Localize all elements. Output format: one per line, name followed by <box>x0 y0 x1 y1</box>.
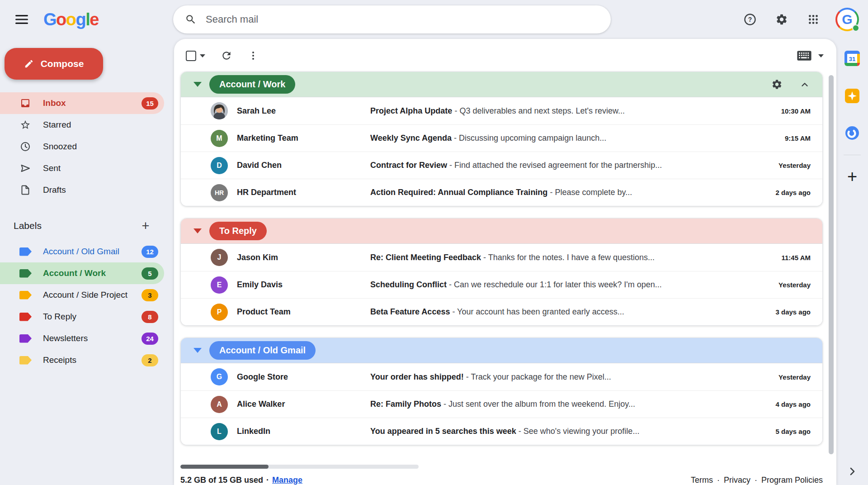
label-name: Account / Side Project <box>43 290 142 300</box>
hide-side-panel-chevron-icon[interactable] <box>847 466 858 479</box>
collapse-triangle-icon[interactable] <box>193 348 202 353</box>
privacy-link[interactable]: Privacy <box>724 475 750 485</box>
email-sender: HR Department <box>237 188 370 197</box>
email-sender: Sarah Lee <box>237 106 370 116</box>
top-bar: G o o g l e ? G <box>0 0 868 39</box>
divider <box>844 155 861 155</box>
email-time: 4 days ago <box>775 400 811 408</box>
input-tools-keyboard-icon[interactable] <box>797 50 812 62</box>
label-tag-icon <box>19 356 32 365</box>
email-row[interactable]: L LinkedIn You appeared in 5 searches th… <box>181 418 822 445</box>
logo-letter: o <box>56 10 66 29</box>
email-row[interactable]: HR HR Department Action Required: Annual… <box>181 179 822 206</box>
collapse-triangle-icon[interactable] <box>193 228 202 233</box>
storage-progress-bar <box>180 465 419 469</box>
email-time: Yesterday <box>778 281 811 289</box>
search-bar[interactable] <box>173 5 611 33</box>
email-snippet: - See who's viewing your profile... <box>519 427 640 436</box>
email-row[interactable]: G Google Store Your order has shipped! -… <box>181 363 822 390</box>
apps-grid-icon[interactable] <box>804 10 823 29</box>
right-side-panel: 31 + <box>836 39 868 485</box>
email-subject-line: Re: Family Photos - Just sent over the a… <box>370 399 765 409</box>
compose-label: Compose <box>41 58 84 69</box>
section-label-pill: To Reply <box>209 222 267 240</box>
email-sender: Marketing Team <box>237 133 370 143</box>
collapse-triangle-icon[interactable] <box>193 82 202 87</box>
collapse-chevron-up-icon[interactable] <box>800 80 810 90</box>
add-label-icon[interactable]: + <box>138 218 153 233</box>
sidebar-item-sent[interactable]: Sent <box>0 157 164 179</box>
terms-link[interactable]: Terms <box>691 475 713 485</box>
calendar-icon[interactable]: 31 <box>844 51 860 66</box>
email-row[interactable]: A Alice Walker Re: Family Photos - Just … <box>181 390 822 418</box>
email-row[interactable]: J Jason Kim Re: Client Meeting Feedback … <box>181 244 822 271</box>
compose-button[interactable]: Compose <box>5 48 103 80</box>
manage-storage-link[interactable]: Manage <box>272 475 302 485</box>
email-subject: Your order has shipped! <box>370 372 464 381</box>
sidebar-item-label: Drafts <box>43 185 164 195</box>
get-addons-plus-icon[interactable]: + <box>847 170 857 183</box>
sidebar-item-drafts[interactable]: Drafts <box>0 179 164 201</box>
sidebar-label-old-gmail[interactable]: Account / Old Gmail 12 <box>0 241 164 262</box>
label-tag-icon <box>19 313 32 321</box>
email-time: 10:30 AM <box>781 107 811 115</box>
email-subject: You appeared in 5 searches this week <box>370 427 516 436</box>
program-policies-link[interactable]: Program Policies <box>761 475 823 485</box>
label-name: Newsletters <box>43 333 142 343</box>
email-subject: Scheduling Conflict <box>370 280 447 289</box>
email-row[interactable]: M Marketing Team Weekly Sync Agenda - Di… <box>181 124 822 152</box>
select-all-checkbox[interactable] <box>186 51 205 61</box>
label-count-badge: 8 <box>142 311 158 323</box>
email-row[interactable]: E Emily Davis Scheduling Conflict - Can … <box>181 271 822 298</box>
settings-gear-icon[interactable] <box>772 10 791 29</box>
sidebar-label-to-reply[interactable]: To Reply 8 <box>0 306 164 328</box>
mail-section-to-reply: To Reply J Jason Kim Re: Client Meeting … <box>180 218 823 326</box>
email-snippet: - Just sent over the album from the week… <box>443 399 635 409</box>
sidebar-label-work[interactable]: Account / Work 5 <box>0 262 164 284</box>
hamburger-menu-icon[interactable] <box>10 8 33 31</box>
label-name: Account / Old Gmail <box>43 247 142 257</box>
sidebar-label-side-project[interactable]: Account / Side Project 3 <box>0 284 164 306</box>
email-time: 3 days ago <box>775 308 811 316</box>
email-subject-line: Action Required: Annual Compliance Train… <box>370 188 765 197</box>
email-snippet: - Thanks for the notes. I have a few que… <box>483 253 655 262</box>
tasks-icon[interactable] <box>845 126 859 140</box>
refresh-icon[interactable] <box>221 50 232 62</box>
email-subject-line: You appeared in 5 searches this week - S… <box>370 427 765 436</box>
email-row[interactable]: D David Chen Contract for Review - Find … <box>181 152 822 179</box>
help-icon[interactable]: ? <box>741 10 760 29</box>
label-count-badge: 24 <box>142 333 158 345</box>
email-subject: Re: Client Meeting Feedback <box>370 253 481 262</box>
sidebar-item-starred[interactable]: Starred <box>0 114 164 136</box>
section-label-pill: Account / Old Gmail <box>209 341 316 360</box>
email-time: 5 days ago <box>775 428 811 435</box>
top-actions: ? G <box>741 8 859 31</box>
section-settings-gear-icon[interactable] <box>771 79 783 90</box>
section-header[interactable]: Account / Old Gmail <box>181 338 822 363</box>
scrollbar[interactable] <box>829 75 834 454</box>
labels-header: Labels + <box>0 218 164 233</box>
sidebar-item-snoozed[interactable]: Snoozed <box>0 136 164 157</box>
sidebar-item-inbox[interactable]: Inbox 15 <box>0 92 164 114</box>
email-snippet: - Please complete by... <box>550 188 632 197</box>
section-header[interactable]: To Reply <box>181 219 822 244</box>
checkbox-icon <box>186 51 196 61</box>
logo-letter: e <box>90 10 99 29</box>
sparkle-icon[interactable] <box>845 89 859 103</box>
avatar: A <box>211 396 228 413</box>
storage-progress-fill <box>180 465 269 469</box>
email-snippet: - Track your package for the new Pixel..… <box>466 372 611 381</box>
label-count-badge: 3 <box>142 289 158 301</box>
label-tag-icon <box>19 291 32 300</box>
sidebar-label-receipts[interactable]: Receipts 2 <box>0 349 164 371</box>
email-row[interactable]: Sarah Lee Project Alpha Update - Q3 deli… <box>181 97 822 124</box>
more-options-icon[interactable] <box>248 50 259 61</box>
email-subject-line: Beta Feature Access - Your account has b… <box>370 307 765 317</box>
section-header[interactable]: Account / Work <box>181 72 822 97</box>
chevron-down-icon[interactable] <box>818 54 824 57</box>
sidebar-label-newsletters[interactable]: Newsletters 24 <box>0 328 164 349</box>
email-row[interactable]: P Product Team Beta Feature Access - You… <box>181 298 822 325</box>
search-input[interactable] <box>205 13 599 26</box>
profile-avatar[interactable]: G <box>835 8 859 31</box>
avatar: J <box>211 249 228 266</box>
